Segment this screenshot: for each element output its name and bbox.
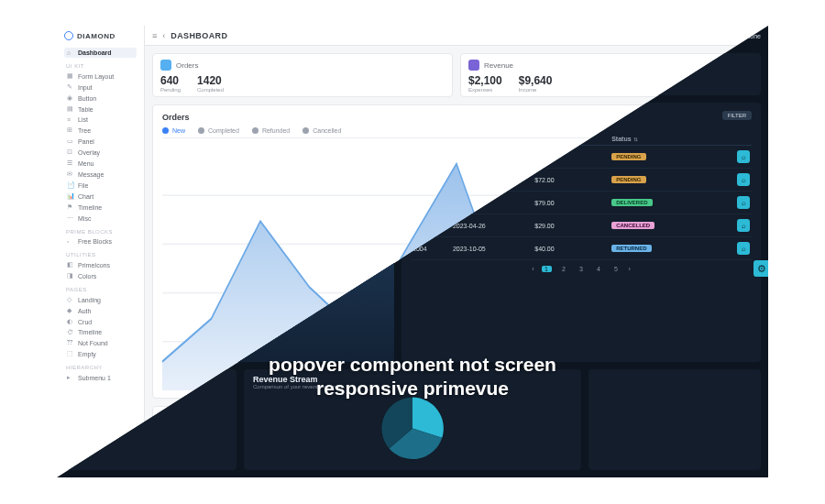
tab-dot-icon: [302, 127, 309, 134]
sidebar-item-icon: ≡: [67, 116, 74, 123]
sidebar-item-table[interactable]: ▤Table: [64, 104, 137, 115]
overlay-line-2: responsive primevue: [57, 377, 768, 400]
sidebar-item-timeline[interactable]: ⚑Timeline: [64, 202, 137, 213]
pager-next[interactable]: ›: [629, 266, 631, 272]
tab-label: Refunded: [262, 127, 290, 134]
sidebar-item-label: Free Blocks: [78, 238, 112, 245]
sidebar-item-icon: ⌂: [67, 49, 74, 56]
pager-page[interactable]: 3: [577, 266, 587, 272]
sidebar-item-list[interactable]: ≡List: [64, 115, 137, 125]
sidebar-item-landing[interactable]: ◇Landing: [64, 294, 137, 305]
sidebar-item-chart[interactable]: 📊Chart: [64, 191, 137, 202]
sidebar-item-icon: ◧: [67, 261, 74, 268]
sidebar-item-file[interactable]: 📄File: [64, 180, 137, 191]
sidebar-item-form-layout[interactable]: ▦Form Layout: [64, 71, 137, 82]
sidebar-item-icon: ◆: [67, 307, 74, 314]
filter-button[interactable]: FILTER: [722, 111, 752, 120]
table-header[interactable]: Status ⇅: [610, 133, 714, 146]
menu-toggle-icon[interactable]: ≡: [152, 31, 157, 40]
tab-label: Completed: [208, 127, 239, 134]
sidebar-item-misc[interactable]: ⋯Misc: [64, 213, 137, 224]
cell-status: PENDING: [610, 169, 714, 192]
back-icon[interactable]: ‹: [162, 31, 165, 40]
theme-config-button[interactable]: ⚙: [754, 260, 768, 277]
cell-status: RETURNED: [610, 237, 714, 260]
sidebar-item-label: File: [78, 182, 88, 189]
pager-page[interactable]: 1: [542, 266, 552, 272]
sidebar-item-icon: ▫: [67, 238, 74, 245]
row-search-button[interactable]: ⌕: [737, 150, 750, 163]
sidebar-item-dashboard[interactable]: ⌂Dashboard: [64, 48, 137, 58]
table-header[interactable]: [715, 133, 752, 146]
sidebar-item-label: Chart: [78, 193, 94, 200]
sidebar-item-crud[interactable]: ◐Crud: [64, 316, 137, 327]
brand: DIAMOND: [64, 31, 137, 40]
overlay-caption: popover component not screen responsive …: [57, 353, 768, 401]
kpi-icon: [160, 60, 171, 71]
status-badge: PENDING: [611, 176, 645, 183]
page-title: DASHBOARD: [170, 31, 227, 40]
sidebar-item-icon: ◉: [67, 94, 74, 102]
sidebar-item-label: Crud: [78, 319, 92, 325]
sidebar-item-primeicons[interactable]: ◧PrimeIcons: [64, 259, 137, 270]
sidebar-item-menu[interactable]: ☰Menu: [64, 158, 137, 169]
sidebar-nav: ⌂DashboardUI KIT▦Form Layout✎Input◉Butto…: [64, 48, 137, 383]
sidebar-item-icon: ▦: [67, 72, 74, 80]
sidebar-item-icon: ✎: [67, 83, 74, 91]
sidebar-item-not-found[interactable]: ⁇Not Found: [64, 337, 137, 348]
row-search-button[interactable]: ⌕: [737, 242, 750, 255]
sidebar-item-icon: ⚑: [67, 203, 74, 211]
table-row: 10042023-10-05$40.00RETURNED⌕: [411, 237, 752, 260]
sidebar-item-icon: ☰: [67, 159, 74, 167]
sidebar-item-icon: ⋯: [67, 214, 74, 222]
sidebar-item-icon: ◐: [67, 318, 74, 325]
sidebar-item-message[interactable]: ✉Message: [64, 169, 137, 180]
col-label: Status: [611, 136, 631, 142]
row-search-button[interactable]: ⌕: [737, 173, 750, 186]
sidebar-item-button[interactable]: ◉Button: [64, 93, 137, 104]
sidebar-item-auth[interactable]: ◆Auth: [64, 305, 137, 316]
status-badge: DELIVERED: [611, 199, 652, 206]
pager-page[interactable]: 5: [611, 266, 622, 272]
sidebar-item-icon: ◇: [67, 296, 74, 303]
sidebar-item-label: Button: [78, 95, 96, 102]
topbar: ≡ ‹ DASHBOARD: [145, 26, 768, 46]
overlay-line-1: popover component not screen: [57, 353, 768, 377]
status-badge: PENDING: [611, 153, 645, 160]
sidebar-item-colors[interactable]: ◨Colors: [64, 270, 137, 281]
orders-tab-cancelled[interactable]: Cancelled: [302, 127, 341, 134]
kpi-sublabel: Pending: [160, 87, 181, 93]
sidebar-item-icon: ◨: [67, 272, 74, 279]
tab-dot-icon: [162, 127, 169, 134]
sidebar-item-overlay[interactable]: ⊡Overlay: [64, 147, 137, 158]
sort-icon: ⇅: [633, 137, 638, 142]
row-search-button[interactable]: ⌕: [737, 219, 750, 232]
pager-prev[interactable]: ‹: [532, 266, 534, 272]
kpi-sublabel: Income: [519, 87, 553, 93]
pager-page[interactable]: 2: [559, 266, 569, 272]
tab-label: New: [172, 127, 185, 134]
sidebar-item-label: Message: [78, 171, 104, 178]
sidebar-item-label: Menu: [78, 160, 94, 167]
sidebar-item-label: Input: [78, 84, 93, 91]
sidebar-item-tree[interactable]: ⊞Tree: [64, 125, 137, 136]
sidebar-group-label: UI KIT: [66, 63, 137, 69]
sidebar-item-label: Tree: [78, 127, 91, 134]
revenue-pie-chart: [358, 389, 468, 467]
orders-tab-new[interactable]: New: [162, 127, 185, 134]
sidebar-item-free-blocks[interactable]: ▫Free Blocks: [64, 236, 137, 247]
pager-page[interactable]: 4: [594, 266, 604, 272]
kpi-card: Orders640Pending1420Completed: [152, 53, 453, 97]
sidebar-group-label: PRIME BLOCKS: [66, 229, 137, 235]
sidebar-item-input[interactable]: ✎Input: [64, 82, 137, 93]
sidebar-group-label: PAGES: [66, 287, 137, 292]
kpi-value: $9,640: [519, 74, 553, 87]
orders-tab-refunded[interactable]: Refunded: [252, 127, 290, 134]
row-search-button[interactable]: ⌕: [737, 196, 750, 209]
sidebar-item-label: Not Found: [78, 340, 108, 346]
sidebar-item-timeline[interactable]: ⏱Timeline: [64, 327, 137, 337]
orders-tab-completed[interactable]: Completed: [198, 127, 239, 134]
sidebar-item-label: PrimeIcons: [78, 262, 110, 268]
sidebar-item-panel[interactable]: ▭Panel: [64, 136, 137, 147]
cell-amount: $79.00: [533, 192, 610, 214]
